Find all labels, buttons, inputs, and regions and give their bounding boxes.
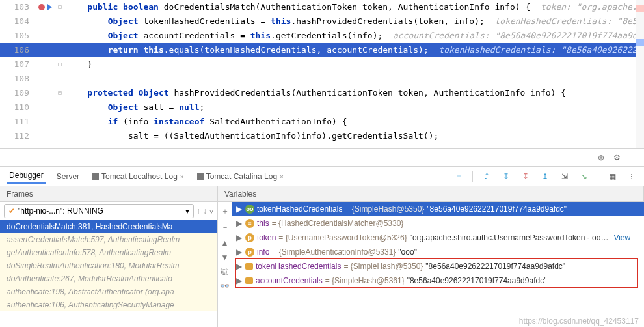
variable-row[interactable]: ▶ tokenHashedCredentials = {SimpleHash@5… <box>232 259 644 274</box>
run-to-cursor-icon[interactable]: ↘ <box>578 171 590 182</box>
variable-row[interactable]: ▶ accountCredentials = {SimpleHash@5361}… <box>232 274 644 288</box>
fold-toggle[interactable] <box>55 14 64 29</box>
gutter[interactable] <box>36 86 55 100</box>
param-badge-icon: p <box>245 248 254 257</box>
gutter[interactable] <box>36 129 55 143</box>
expand-icon[interactable]: ▶ <box>236 205 243 214</box>
var-name: info <box>257 248 269 257</box>
fold-toggle[interactable] <box>55 43 64 57</box>
variable-row[interactable]: ▶p info = {SimpleAuthenticationInfo@5331… <box>232 245 644 259</box>
frame-item[interactable]: doCredentialsMatch:381, HashedCredential… <box>0 220 217 233</box>
step-out-icon[interactable]: ↥ <box>539 171 551 182</box>
tab-tomcat-localhost[interactable]: Tomcat Localhost Log× <box>90 169 187 184</box>
fold-toggle[interactable] <box>55 100 64 115</box>
glasses-icon[interactable]: 👓 <box>220 281 230 291</box>
panel-headers: Frames Variables <box>0 186 644 202</box>
frames-list[interactable]: doCredentialsMatch:381, HashedCredential… <box>0 220 217 327</box>
fold-toggle[interactable]: ⊟ <box>55 0 64 14</box>
gutter[interactable] <box>36 100 55 115</box>
fold-toggle[interactable]: ⊟ <box>55 86 64 100</box>
fold-toggle[interactable] <box>55 115 64 129</box>
prev-frame-icon[interactable]: ↑ <box>196 206 200 216</box>
drop-frame-icon[interactable]: ⇲ <box>559 171 570 182</box>
debug-panel-body: ✔"http-nio-...n": RUNNING ▾ ↑ ↓ ▿ doCred… <box>0 202 644 327</box>
view-link[interactable]: View <box>613 233 630 242</box>
fold-toggle[interactable] <box>55 129 64 143</box>
frames-panel: ✔"http-nio-...n": RUNNING ▾ ↑ ↓ ▿ doCred… <box>0 202 218 327</box>
gutter[interactable] <box>36 115 55 129</box>
gutter[interactable] <box>36 72 55 86</box>
code-line[interactable]: 105 Object accountCredentials = this.get… <box>0 29 644 43</box>
gutter[interactable] <box>36 14 55 29</box>
fold-toggle[interactable]: ⊟ <box>55 57 64 72</box>
code-line[interactable]: 111 if (info instanceof SaltedAuthentica… <box>0 115 644 129</box>
tab-debugger[interactable]: Debugger <box>7 168 46 184</box>
variable-row[interactable]: ▶≡ this = {HashedCredentialsMatcher@5330… <box>232 216 644 231</box>
frame-item[interactable]: doAuthenticate:267, ModularRealmAuthenti… <box>0 272 217 285</box>
frame-item[interactable]: doSingleRealmAuthentication:180, Modular… <box>0 259 217 272</box>
target-icon[interactable]: ⊕ <box>596 152 606 163</box>
step-into-icon[interactable]: ↧ <box>500 171 512 182</box>
frame-item[interactable]: getAuthenticationInfo:578, Authenticatin… <box>0 246 217 259</box>
code-line[interactable]: 103⊟ public boolean doCredentialsMatch(A… <box>0 0 644 14</box>
thread-combo[interactable]: ✔"http-nio-...n": RUNNING ▾ <box>4 204 194 218</box>
gutter[interactable] <box>36 57 55 72</box>
thread-name: "http-nio-...n": RUNNING <box>18 206 103 216</box>
line-number: 110 <box>0 100 36 115</box>
tab-server[interactable]: Server <box>54 169 82 184</box>
var-type: = {SimpleHash@5350} <box>343 262 423 271</box>
scrollbar-marks[interactable] <box>636 0 644 148</box>
more-icon[interactable]: ⁝ <box>626 171 637 182</box>
code-line[interactable]: 112 salt = ((SaltedAuthenticationInfo)in… <box>0 129 644 143</box>
expand-icon[interactable]: ▶ <box>236 262 243 271</box>
breakpoint-icon[interactable] <box>38 4 45 10</box>
gutter[interactable] <box>36 43 55 57</box>
force-step-into-icon[interactable]: ↧ <box>520 171 531 182</box>
gear-icon[interactable]: ⚙ <box>611 152 622 163</box>
code-line[interactable]: 109⊟ protected Object hashProvidedCreden… <box>0 86 644 100</box>
watermark: https://blog.csdn.net/qq_42453117 <box>519 317 639 326</box>
frame-item[interactable]: authenticate:106, AuthenticatingSecurity… <box>0 298 217 311</box>
line-number: 103 <box>0 0 36 14</box>
variable-row[interactable]: ▶p token = {UsernamePasswordToken@5326} … <box>232 231 644 245</box>
code-editor[interactable]: 103⊟ public boolean doCredentialsMatch(A… <box>0 0 644 149</box>
variable-row[interactable]: ▶oo tokenHashedCredentials = {SimpleHash… <box>232 202 644 216</box>
gutter[interactable] <box>36 29 55 43</box>
move-up-icon[interactable]: ▲ <box>221 238 229 248</box>
copy-icon[interactable]: ⿻ <box>221 267 229 276</box>
code-line[interactable]: 106 return this.equals(tokenHashedCreden… <box>0 43 644 57</box>
fold-toggle[interactable] <box>55 29 64 43</box>
minimize-icon[interactable]: — <box>627 152 637 163</box>
code-text: salt = ((SaltedAuthenticationInfo)info).… <box>64 129 644 143</box>
move-down-icon[interactable]: ▼ <box>221 253 229 262</box>
var-name: this <box>257 219 269 228</box>
expand-icon[interactable]: ▶ <box>236 233 243 242</box>
remove-watch-icon[interactable]: － <box>221 222 229 233</box>
code-line[interactable]: 107⊟ } <box>0 57 644 72</box>
variables-panel[interactable]: ▶oo tokenHashedCredentials = {SimpleHash… <box>232 202 644 327</box>
var-name: accountCredentials <box>256 276 323 285</box>
tab-tomcat-catalina[interactable]: Tomcat Catalina Log× <box>195 169 286 184</box>
param-badge-icon: p <box>245 233 254 242</box>
line-number: 105 <box>0 29 36 43</box>
code-line[interactable]: 104 Object tokenHashedCredentials = this… <box>0 14 644 29</box>
frame-item[interactable]: authenticate:198, AbstractAuthenticator … <box>0 285 217 298</box>
next-frame-icon[interactable]: ↓ <box>203 206 207 216</box>
code-line[interactable]: 110 Object salt = null; <box>0 100 644 115</box>
gutter[interactable] <box>36 0 55 14</box>
expand-icon[interactable]: ▶ <box>236 248 243 257</box>
evaluate-icon[interactable]: ▦ <box>606 171 618 182</box>
expand-icon[interactable]: ▶ <box>236 276 243 285</box>
fold-toggle[interactable] <box>55 72 64 86</box>
step-over-icon[interactable]: ≡ <box>453 171 464 182</box>
code-line[interactable]: 108 <box>0 72 644 86</box>
filter-icon[interactable]: ▿ <box>209 206 213 216</box>
var-value: "8e56a40e92622217019f774aa9d9afdc" <box>425 262 565 271</box>
chevron-down-icon: ▾ <box>185 206 189 216</box>
code-text: Object tokenHashedCredentials = this.has… <box>64 14 644 29</box>
frame-item[interactable]: assertCredentialsMatch:597, Authenticati… <box>0 233 217 246</box>
var-type: = {HashedCredentialsMatcher@5330} <box>272 219 404 228</box>
step-over-icon[interactable]: ⤴ <box>481 171 492 182</box>
expand-icon[interactable]: ▶ <box>236 219 243 228</box>
add-watch-icon[interactable]: ＋ <box>221 206 229 217</box>
